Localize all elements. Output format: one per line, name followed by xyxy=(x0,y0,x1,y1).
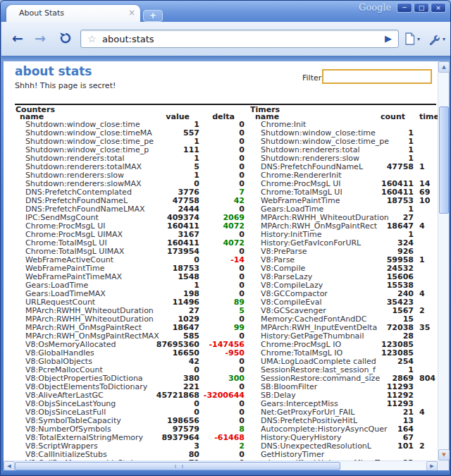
counter-row-cell: 2 xyxy=(160,442,245,451)
counter-row-cell: 42 xyxy=(160,197,245,205)
toolbar-bottom-strip xyxy=(1,56,451,61)
wrench-icon xyxy=(428,33,440,45)
timer-row-cell: 4 xyxy=(419,222,438,231)
timer-row-cell xyxy=(419,138,438,146)
page-title: about stats xyxy=(15,64,92,78)
about-stats-page: about stats Shhh! This page is secret! F… xyxy=(4,61,438,460)
timer-row-cell xyxy=(419,417,438,425)
timer-row-cell: 101 xyxy=(329,442,414,451)
tab-title: About Stats xyxy=(19,8,64,18)
counter-row-cell: 5 xyxy=(160,307,245,315)
scroll-down-icon[interactable]: ▼ xyxy=(438,449,450,460)
timer-row-cell: 1 xyxy=(419,256,438,264)
timer-row-cell: 18647 xyxy=(329,222,414,231)
counter-row-cell: -3200644 xyxy=(160,391,245,400)
google-watermark: Google xyxy=(359,2,391,13)
go-icon[interactable]: ▶ xyxy=(385,33,392,44)
counter-row-cell: 4072 xyxy=(160,222,245,231)
scroll-up-icon[interactable]: ▲ xyxy=(438,61,450,73)
close-window-button[interactable]: × xyxy=(431,3,446,13)
timer-row-cell: 164 xyxy=(329,425,414,434)
page-subtitle: Shhh! This page is secret! xyxy=(15,81,116,90)
counter-row-cell: 89 xyxy=(160,298,245,307)
wrench-menu-button[interactable]: ▾ xyxy=(428,30,445,48)
chevron-down-icon: ▾ xyxy=(443,36,445,42)
scroll-right-icon[interactable]: ▶ xyxy=(426,461,438,471)
counters-rows: Shutdown:window_close:time10Shutdown:win… xyxy=(15,121,250,460)
timer-row-cell: 4 xyxy=(419,290,438,298)
filter-input[interactable] xyxy=(322,69,432,84)
counter-row-cell: 0 xyxy=(160,171,245,180)
vertical-scroll-thumb[interactable] xyxy=(439,106,449,214)
counter-row-cell: 0 xyxy=(160,154,245,163)
timers-rows: Chrome:InitShutdown:window_close:time1Sh… xyxy=(249,121,438,460)
timer-row-cell xyxy=(419,358,438,366)
counter-row-cell: 0 xyxy=(160,358,245,366)
tab-close-icon[interactable]: × xyxy=(128,8,135,18)
counter-row-cell: -950 xyxy=(160,349,245,358)
timer-row-cell: 10 xyxy=(419,197,438,205)
counter-row-cell: 0 xyxy=(160,264,245,273)
counter-row-cell: -61468 xyxy=(160,434,245,442)
scrollbar-corner xyxy=(438,460,449,470)
timer-row-cell xyxy=(419,425,438,434)
timer-row-cell: 1 xyxy=(419,163,438,171)
back-icon: ← xyxy=(12,30,23,46)
horizontal-scrollbar[interactable]: ◀ ▶ xyxy=(4,460,438,470)
page-icon xyxy=(404,32,415,45)
counter-row-cell: 0 xyxy=(160,273,245,281)
counter-row-cell: 0 xyxy=(160,281,245,290)
timer-row-cell xyxy=(419,383,438,391)
reload-button[interactable] xyxy=(55,28,76,49)
timer-row-cell xyxy=(419,239,438,248)
bookmark-star-icon[interactable]: ☆ xyxy=(87,33,97,44)
forward-icon: → xyxy=(35,30,46,46)
timer-row-cell xyxy=(419,451,438,459)
counter-row-cell: 0 xyxy=(160,129,245,138)
minimize-button[interactable]: ─ xyxy=(397,3,412,13)
timer-row-cell xyxy=(419,129,438,138)
timer-row-cell: 47758 xyxy=(329,163,414,171)
scroll-left-icon[interactable]: ◀ xyxy=(4,461,15,471)
browser-toolbar: ← → ☆ about:stats ▶ ▾ ▾ xyxy=(1,22,451,56)
back-button[interactable]: ← xyxy=(7,28,28,49)
page-menu-button[interactable]: ▾ xyxy=(404,30,420,48)
timer-row-cell xyxy=(419,205,438,214)
timer-row-cell xyxy=(419,231,438,239)
timer-row-cell xyxy=(419,121,438,129)
window-bottom-border xyxy=(1,470,451,476)
timer-row-cell: 2 xyxy=(419,307,438,315)
timer-row-cell: 18753 xyxy=(329,197,414,205)
forward-button[interactable]: → xyxy=(30,28,51,49)
browser-window: Google ─ □ × About Stats × + ← → ☆ about… xyxy=(0,0,451,476)
timer-row-cell xyxy=(419,341,438,349)
counter-row-cell: 0 xyxy=(160,138,245,146)
new-tab-button[interactable]: + xyxy=(143,10,163,22)
vertical-scrollbar[interactable]: ▲ ▼ xyxy=(438,61,449,460)
timer-row-cell xyxy=(419,332,438,341)
reload-icon xyxy=(59,32,72,44)
maximize-button[interactable]: □ xyxy=(414,3,429,13)
tab-about-stats[interactable]: About Stats × xyxy=(6,5,140,22)
counter-row-cell: 99 xyxy=(160,324,245,332)
counter-row-cell: 0 xyxy=(160,121,245,129)
counter-row-cell: 0 xyxy=(160,400,245,408)
timer-row-cell xyxy=(419,273,438,281)
counter-row-cell: 0 xyxy=(160,163,245,171)
chevron-down-icon: ▾ xyxy=(417,36,420,42)
timer-row-cell: 804 xyxy=(419,374,438,383)
timer-row-cell xyxy=(419,146,438,154)
filter-label: Filter: xyxy=(302,73,324,83)
horizontal-scroll-thumb[interactable] xyxy=(15,462,340,470)
url-text: about:stats xyxy=(102,34,154,44)
address-bar[interactable]: ☆ about:stats ▶ xyxy=(80,30,399,48)
counter-row-cell: 0 xyxy=(160,451,245,459)
timer-row-cell: 35 xyxy=(419,324,438,332)
timer-row-cell xyxy=(419,391,438,400)
counter-row-cell: 0 xyxy=(160,146,245,154)
table-top-border xyxy=(15,104,436,105)
counter-row-cell: 0 xyxy=(160,180,245,188)
counter-row-cell: 300 xyxy=(160,374,245,383)
window-titlebar: Google ─ □ × About Stats × + xyxy=(1,1,450,22)
timer-row-cell xyxy=(419,264,438,273)
